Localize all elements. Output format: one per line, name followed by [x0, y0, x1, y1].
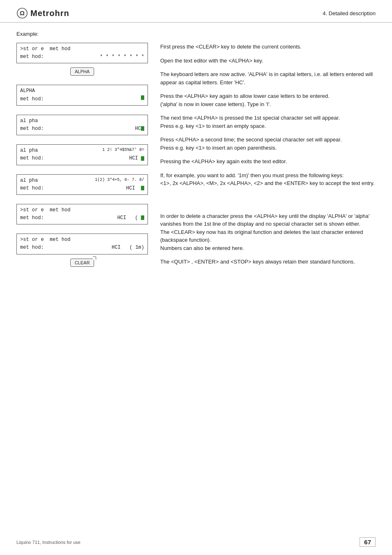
desc-3: The keyboard letters are now active. 'AL…	[160, 70, 376, 86]
lcd7-line2-left: met hod:	[20, 244, 44, 252]
lcd2-cursor	[141, 95, 144, 100]
desc-6: Press <ALPHA> a second time; the second …	[160, 136, 376, 152]
lcd4-line1-right: 1 2! 3"4$5%&7' 8=	[102, 147, 144, 155]
page-footer: Liquino 711, Instructions for use 67	[16, 537, 376, 547]
lcd3-cursor	[141, 126, 144, 131]
page-header: Ω Metrohrn 4. Detailed description	[0, 0, 392, 23]
section-4: al pha 1 2! 3"4$5%&7' 8= met hod: HCI	[16, 144, 148, 165]
lcd4-line1-left: al pha	[20, 147, 38, 155]
lcd4-line2-right: HCI	[129, 155, 144, 162]
lcd6-cursor	[141, 215, 144, 220]
lcd3-line1-left: al pha	[20, 117, 38, 125]
lcd6-line2-right: HCI (	[117, 214, 144, 222]
lcd1-line2-right: * * * * * * * *	[100, 53, 144, 61]
section-2: ALPHA met hod:	[16, 85, 148, 105]
lcd-display-2: ALPHA met hod:	[16, 85, 148, 105]
desc-8: If, for example, you want to add. '1m)' …	[160, 171, 376, 187]
desc-4: Press the <ALPHA> key again to allow low…	[160, 92, 376, 108]
right-column: First press the <CLEAR> key to delete th…	[160, 43, 376, 276]
footer-label: Liquino 711, Instructions for use	[16, 540, 81, 545]
clear-key-corner	[93, 257, 96, 260]
alpha-key-container: ALPHA	[16, 67, 148, 76]
lcd3-line2-right: HC	[135, 125, 144, 133]
lcd-display-3: al pha met hod: HC	[16, 115, 148, 135]
lcd5-line1-left: al pha	[20, 177, 38, 185]
lcd3-line2-left: met hod:	[20, 125, 44, 133]
svg-text:Ω: Ω	[20, 9, 25, 16]
lcd5-line1-right: 1(2) 3*4+5, 6- 7. 8/	[95, 177, 144, 185]
lcd5-line2-right: HCI	[126, 185, 144, 192]
desc-1: First press the <CLEAR> key to delete th…	[160, 43, 376, 51]
logo-icon: Ω	[16, 7, 28, 19]
section-5: al pha 1(2) 3*4+5, 6- 7. 8/ met hod: HCI	[16, 174, 148, 195]
desc-9: In order to delete a character press the…	[160, 212, 376, 252]
lcd1-line2-left: met hod:	[20, 53, 44, 61]
lcd2-line2-left: met hod:	[20, 95, 44, 103]
logo: Ω Metrohrn	[16, 7, 69, 19]
main-content: Example: >st or e met hod met hod: * * *…	[0, 23, 392, 292]
left-column: >st or e met hod met hod: * * * * * * * …	[16, 43, 148, 276]
desc-10: The <QUIT> , <ENTER> and <STOP> keys alw…	[160, 258, 376, 266]
section-6: >st or e met hod met hod: HCI (	[16, 204, 148, 224]
desc-2: Open the text editor with the <ALPHA> ke…	[160, 57, 376, 65]
lcd5-line2-left: met hod:	[20, 185, 44, 192]
lcd7-line2-right: HCI ( 1m)	[112, 244, 144, 252]
section-1: >st or e met hod met hod: * * * * * * * …	[16, 43, 148, 76]
two-column-layout: >st or e met hod met hod: * * * * * * * …	[16, 43, 376, 276]
clear-key[interactable]: CLEAR	[70, 259, 95, 267]
lcd4-line2-left: met hod:	[20, 155, 44, 162]
clear-key-container: CLEAR	[16, 259, 148, 267]
lcd-display-6: >st or e met hod met hod: HCI (	[16, 204, 148, 224]
lcd1-line1-left: >st or e met hod	[20, 45, 70, 53]
lcd6-line2-left: met hod:	[20, 214, 44, 222]
clear-key-wrapper: CLEAR	[70, 259, 95, 267]
lcd-display-4: al pha 1 2! 3"4$5%&7' 8= met hod: HCI	[16, 144, 148, 165]
logo-text: Metrohrn	[30, 9, 69, 18]
section-3: al pha met hod: HC	[16, 115, 148, 135]
lcd2-line1-left: ALPHA	[20, 87, 35, 95]
lcd-display-1: >st or e met hod met hod: * * * * * * * …	[16, 43, 148, 63]
page-number: 67	[360, 537, 376, 547]
desc-7: Pressing the <ALPHA> key again exits the…	[160, 157, 376, 166]
section-title: 4. Detailed description	[323, 10, 376, 16]
lcd-display-5: al pha 1(2) 3*4+5, 6- 7. 8/ met hod: HCI	[16, 174, 148, 195]
lcd7-line1-left: >st or e met hod	[20, 236, 70, 244]
desc-5: The next time <ALPHA> is pressed the 1st…	[160, 114, 376, 130]
example-label: Example:	[16, 31, 376, 37]
section-7: >st or e met hod met hod: HCI ( 1m) CLEA…	[16, 234, 148, 266]
lcd5-cursor	[141, 186, 144, 190]
alpha-key[interactable]: ALPHA	[70, 67, 94, 76]
lcd4-cursor	[141, 156, 144, 161]
lcd-display-7: >st or e met hod met hod: HCI ( 1m)	[16, 234, 148, 254]
lcd6-line1-left: >st or e met hod	[20, 206, 70, 214]
